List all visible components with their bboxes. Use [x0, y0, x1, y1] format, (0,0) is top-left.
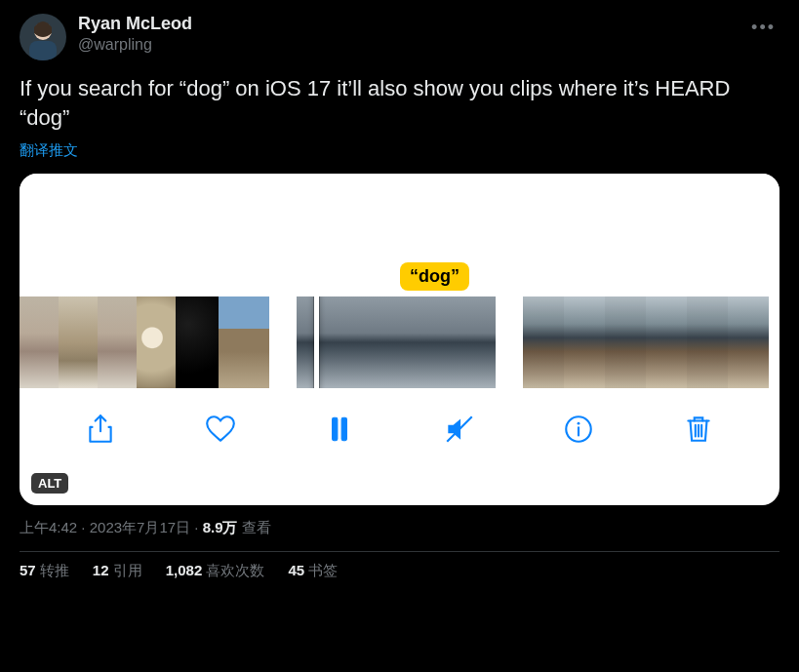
thumbnail — [137, 296, 176, 388]
filmstrip — [20, 296, 779, 388]
search-term-bubble: “dog” — [400, 262, 469, 291]
thumbnail — [297, 296, 363, 388]
clip-group-3[interactable] — [523, 296, 769, 388]
tweet: Ryan McLeod @warpling ••• If you search … — [0, 0, 799, 590]
svg-rect-4 — [341, 418, 346, 441]
media-blank-area: “dog” — [20, 174, 779, 296]
trash-icon[interactable] — [669, 413, 728, 446]
tweet-stats: 57 转推 12 引用 1,082 喜欢次数 45 书签 — [20, 562, 779, 580]
clip-group-1[interactable] — [20, 296, 269, 388]
info-icon[interactable] — [549, 413, 608, 446]
tweet-meta: 上午4:42 · 2023年7月17日 · 8.9万 查看 — [20, 519, 779, 537]
svg-point-7 — [578, 422, 580, 425]
divider — [20, 551, 779, 552]
thumbnail — [605, 296, 646, 388]
handle: @warpling — [78, 35, 192, 54]
alt-badge[interactable]: ALT — [31, 473, 68, 494]
share-icon[interactable] — [71, 413, 130, 446]
views-label: 查看 — [238, 519, 271, 535]
thumbnail — [728, 296, 769, 388]
playhead[interactable] — [314, 296, 319, 388]
thumbnail — [59, 296, 98, 388]
views-count: 8.9万 — [203, 519, 238, 535]
thumbnail — [687, 296, 728, 388]
thumbnail — [363, 296, 429, 388]
thumbnail — [98, 296, 137, 388]
thumbnail — [523, 296, 564, 388]
media-toolbar — [20, 388, 779, 480]
media-card[interactable]: “dog” — [20, 174, 779, 505]
avatar[interactable] — [20, 14, 66, 60]
meta-date[interactable]: 2023年7月17日 — [90, 519, 190, 535]
stat-quotes[interactable]: 12 引用 — [93, 562, 142, 580]
svg-rect-3 — [333, 418, 338, 441]
mute-icon[interactable] — [430, 413, 489, 446]
meta-time[interactable]: 上午4:42 — [20, 519, 77, 535]
translate-link[interactable]: 翻译推文 — [20, 141, 779, 160]
tweet-text: If you search for “dog” on iOS 17 it’ll … — [20, 74, 779, 132]
thumbnail — [20, 296, 59, 388]
more-icon[interactable]: ••• — [747, 14, 779, 42]
thumbnail — [176, 296, 219, 388]
heart-icon[interactable] — [191, 413, 250, 446]
author-block[interactable]: Ryan McLeod @warpling — [78, 14, 192, 54]
pause-icon[interactable] — [310, 413, 369, 446]
clip-group-2[interactable] — [297, 296, 496, 388]
stat-likes[interactable]: 1,082 喜欢次数 — [166, 562, 265, 580]
thumbnail — [429, 296, 496, 388]
display-name: Ryan McLeod — [78, 14, 192, 35]
stat-bookmarks[interactable]: 45 书签 — [288, 562, 338, 580]
svg-rect-2 — [29, 41, 57, 60]
tweet-header: Ryan McLeod @warpling ••• — [20, 14, 779, 60]
thumbnail — [219, 296, 269, 388]
thumbnail — [646, 296, 687, 388]
thumbnail — [564, 296, 605, 388]
stat-retweets[interactable]: 57 转推 — [20, 562, 69, 580]
